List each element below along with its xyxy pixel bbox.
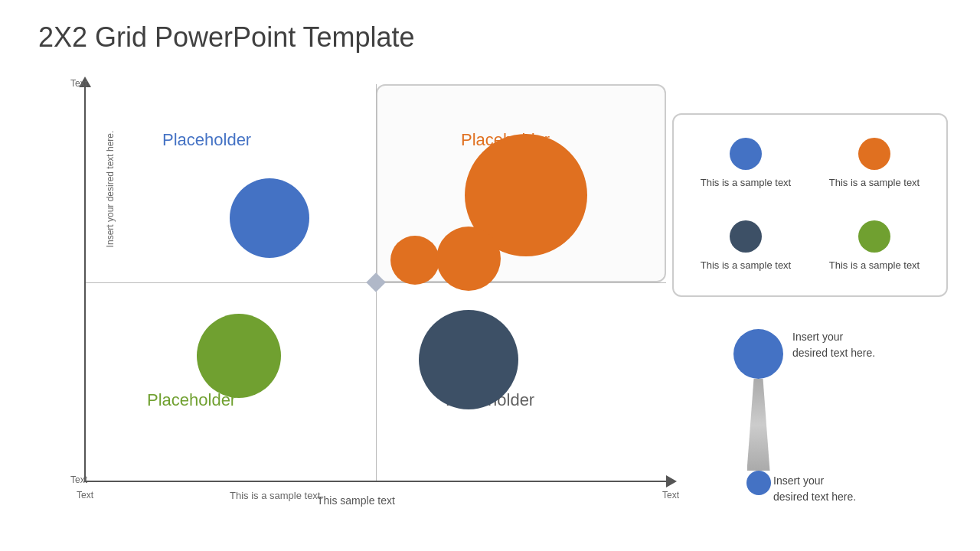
x-axis-left-label: Text (77, 490, 93, 500)
legend-circle-dark (730, 220, 762, 253)
quadrant-top-left-label: Placeholder (162, 130, 251, 150)
funnel-top-circle (733, 329, 783, 379)
page-title: 2X2 Grid PowerPoint Template (38, 21, 415, 54)
legend-item-blue: This is a sample text (681, 122, 810, 205)
bubble-green (197, 314, 281, 398)
bubble-blue (230, 178, 309, 258)
x-axis-center-label: This is a sample text. (230, 490, 323, 501)
x-axis-line (86, 481, 668, 482)
y-axis-top-label: Text (70, 78, 87, 89)
legend-circle-green (858, 220, 890, 253)
chart-container: Insert your desired text here. Text Text… (38, 84, 681, 513)
x-axis-arrow (666, 475, 677, 487)
y-axis-bottom-label: Text (70, 474, 87, 485)
x-axis-right-label: Text (662, 490, 679, 500)
legend-text-orange: This is a sample text (829, 176, 920, 190)
funnel-neck (747, 379, 770, 471)
bubble-orange-small-right (436, 227, 501, 291)
legend-item-green: This is a sample text (810, 205, 939, 288)
funnel-bottom-text: Insert yourdesired text here. (773, 473, 926, 505)
legend-circle-orange (858, 138, 890, 170)
bubble-orange-small-left (390, 236, 439, 285)
funnel-bottom-circle (746, 471, 771, 495)
legend-item-orange: This is a sample text (810, 122, 939, 205)
legend-circle-blue (730, 138, 762, 170)
funnel-container (733, 329, 783, 495)
sample-text-label: This sample text (317, 494, 395, 507)
legend-text-blue: This is a sample text (701, 176, 792, 190)
legend-box: This is a sample text This is a sample t… (672, 113, 948, 297)
funnel-top-text: Insert yourdesired text here. (792, 329, 946, 361)
grid-area: Placeholder Placeholder Placeholder Plac… (86, 84, 666, 481)
bubble-dark (419, 310, 518, 409)
legend-item-dark: This is a sample text (681, 205, 810, 288)
legend-text-dark: This is a sample text (701, 259, 792, 272)
legend-text-green: This is a sample text (829, 259, 920, 272)
